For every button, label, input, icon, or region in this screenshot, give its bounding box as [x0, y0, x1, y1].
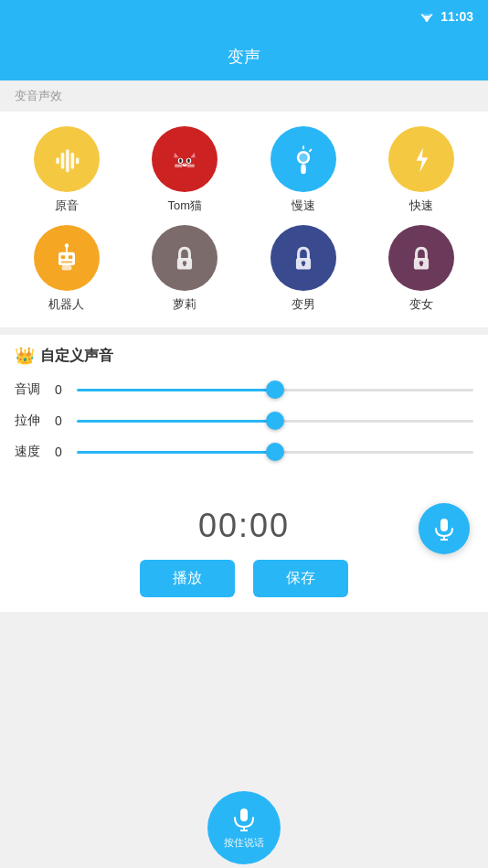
effect-robot[interactable]: 机器人: [7, 225, 126, 313]
effect-label-slow: 慢速: [292, 198, 315, 214]
effect-circle-male: [271, 225, 336, 291]
svg-point-17: [187, 159, 190, 164]
status-bar: 11:03: [0, 0, 488, 33]
effect-circle-molly: [152, 225, 217, 291]
effect-label-tom: Tom猫: [167, 198, 202, 214]
svg-rect-6: [66, 149, 69, 172]
effect-label-original: 原音: [55, 198, 79, 214]
svg-marker-30: [417, 147, 429, 172]
speed-slider-row: 速度 0: [15, 443, 473, 461]
svg-rect-8: [76, 157, 80, 164]
wifi-icon: [419, 9, 435, 25]
speed-slider[interactable]: [77, 451, 473, 454]
save-button[interactable]: 保存: [253, 560, 348, 597]
timer-buttons: 播放 保存: [140, 560, 348, 597]
timer-display: 00:00: [198, 507, 290, 545]
speed-value: 0: [55, 445, 69, 459]
effect-circle-slow: [271, 126, 336, 192]
status-time: 11:03: [440, 9, 473, 24]
effect-label-female: 变女: [409, 296, 433, 313]
custom-section: 👑 自定义声音 音调 0 拉伸 0 速度 0: [0, 335, 488, 488]
top-bar: 变声: [0, 33, 488, 80]
effect-circle-tom: [152, 126, 217, 192]
effect-label-male: 变男: [292, 296, 315, 313]
effects-grid: 原音: [0, 112, 488, 327]
svg-point-16: [179, 159, 182, 164]
svg-rect-47: [440, 519, 448, 531]
svg-rect-5: [60, 153, 64, 169]
timer-area: 00:00 播放 保存: [0, 488, 488, 612]
play-button[interactable]: 播放: [140, 560, 235, 597]
stretch-slider-row: 拉伸 0: [15, 412, 473, 430]
custom-title: 👑 自定义声音: [15, 346, 473, 366]
svg-rect-50: [240, 809, 248, 821]
svg-rect-25: [301, 164, 305, 174]
speed-slider-wrapper[interactable]: [77, 443, 473, 461]
effect-circle-robot: [34, 225, 100, 291]
svg-point-19: [184, 164, 186, 166]
mic-fab-button[interactable]: [419, 503, 470, 554]
svg-rect-37: [61, 265, 71, 270]
svg-rect-46: [420, 263, 423, 266]
stretch-slider[interactable]: [77, 420, 473, 423]
svg-rect-35: [69, 255, 73, 259]
effect-fast[interactable]: 快速: [363, 126, 482, 214]
stretch-slider-wrapper[interactable]: [77, 412, 473, 430]
effect-circle-original: [34, 126, 100, 192]
svg-rect-36: [60, 262, 72, 263]
record-area: 按住说话: [0, 777, 488, 868]
crown-icon: 👑: [15, 346, 35, 366]
svg-point-29: [299, 154, 307, 162]
empty-area: [0, 612, 488, 777]
svg-point-9: [175, 150, 196, 171]
effect-circle-fast: [388, 126, 454, 192]
effect-label-molly: 萝莉: [173, 296, 196, 313]
page-title: 变声: [228, 46, 260, 68]
pitch-slider-wrapper[interactable]: [77, 380, 473, 399]
svg-rect-43: [302, 263, 304, 266]
effect-slow[interactable]: 慢速: [244, 126, 363, 214]
effect-female[interactable]: 变女: [363, 225, 482, 313]
svg-point-3: [426, 18, 429, 21]
stretch-label: 拉伸: [15, 413, 48, 429]
svg-rect-31: [58, 252, 75, 265]
pitch-value: 0: [55, 382, 69, 397]
pitch-slider-row: 音调 0: [15, 380, 473, 399]
effect-tom[interactable]: Tom猫: [126, 126, 245, 214]
record-button[interactable]: 按住说话: [207, 791, 281, 864]
record-button-label: 按住说话: [224, 836, 264, 850]
effect-male[interactable]: 变男: [244, 225, 363, 313]
svg-point-33: [65, 243, 69, 248]
effect-label-fast: 快速: [409, 198, 433, 214]
pitch-label: 音调: [15, 381, 48, 398]
effect-label-robot: 机器人: [48, 296, 84, 313]
effect-original[interactable]: 原音: [7, 126, 126, 214]
svg-line-27: [309, 149, 312, 152]
pitch-slider[interactable]: [77, 389, 473, 391]
svg-rect-7: [70, 153, 74, 169]
stretch-value: 0: [55, 413, 69, 428]
effect-circle-female: [388, 225, 454, 291]
custom-title-text: 自定义声音: [40, 347, 113, 366]
status-bar-right: 11:03: [419, 9, 473, 25]
svg-rect-40: [184, 263, 186, 266]
effects-section-label: 变音声效: [0, 80, 488, 112]
svg-rect-34: [60, 255, 65, 259]
speed-label: 速度: [15, 444, 48, 460]
svg-rect-4: [56, 157, 59, 164]
effect-molly[interactable]: 萝莉: [126, 225, 245, 313]
